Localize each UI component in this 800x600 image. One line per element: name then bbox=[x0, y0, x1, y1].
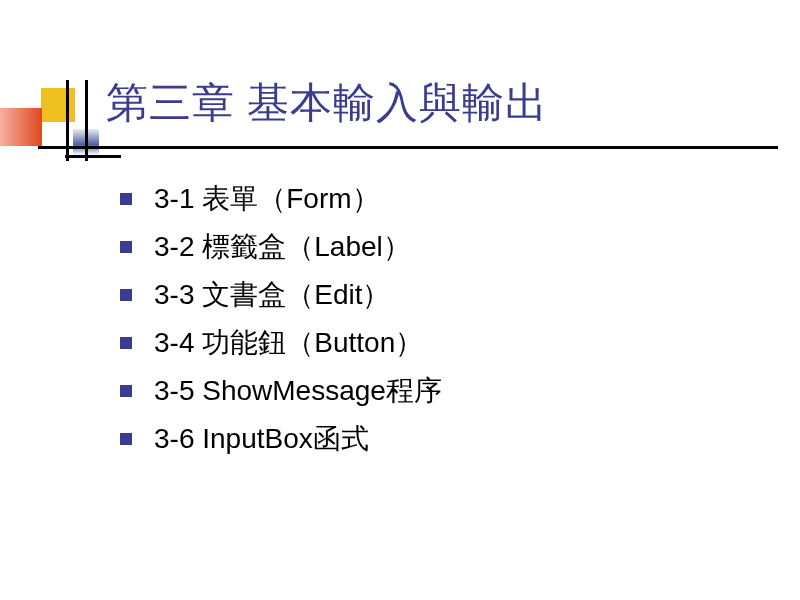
content-list: 3-1 表單（Form） 3-2 標籤盒（Label） 3-3 文書盒（Edit… bbox=[120, 180, 442, 468]
red-square-icon bbox=[0, 108, 42, 146]
vertical-line-right bbox=[85, 80, 88, 161]
slide: 第三章 基本輸入與輸出 3-1 表單（Form） 3-2 標籤盒（Label） … bbox=[0, 0, 800, 600]
list-item: 3-4 功能鈕（Button） bbox=[120, 324, 442, 362]
list-item-text: 3-5 ShowMessage程序 bbox=[154, 372, 442, 410]
list-item-text: 3-6 InputBox函式 bbox=[154, 420, 369, 458]
list-item: 3-5 ShowMessage程序 bbox=[120, 372, 442, 410]
list-item: 3-2 標籤盒（Label） bbox=[120, 228, 442, 266]
bullet-icon bbox=[120, 193, 132, 205]
list-item-text: 3-1 表單（Form） bbox=[154, 180, 380, 218]
bullet-icon bbox=[120, 241, 132, 253]
list-item: 3-6 InputBox函式 bbox=[120, 420, 442, 458]
horizontal-line-top bbox=[38, 146, 778, 149]
list-item: 3-1 表單（Form） bbox=[120, 180, 442, 218]
slide-title: 第三章 基本輸入與輸出 bbox=[106, 75, 548, 131]
list-item-text: 3-2 標籤盒（Label） bbox=[154, 228, 411, 266]
vertical-line-left bbox=[66, 80, 69, 161]
horizontal-line-bottom bbox=[65, 155, 121, 158]
list-item: 3-3 文書盒（Edit） bbox=[120, 276, 442, 314]
bullet-icon bbox=[120, 433, 132, 445]
list-item-text: 3-4 功能鈕（Button） bbox=[154, 324, 423, 362]
bullet-icon bbox=[120, 337, 132, 349]
bullet-icon bbox=[120, 289, 132, 301]
bullet-icon bbox=[120, 385, 132, 397]
list-item-text: 3-3 文書盒（Edit） bbox=[154, 276, 391, 314]
yellow-square-icon bbox=[41, 88, 75, 122]
